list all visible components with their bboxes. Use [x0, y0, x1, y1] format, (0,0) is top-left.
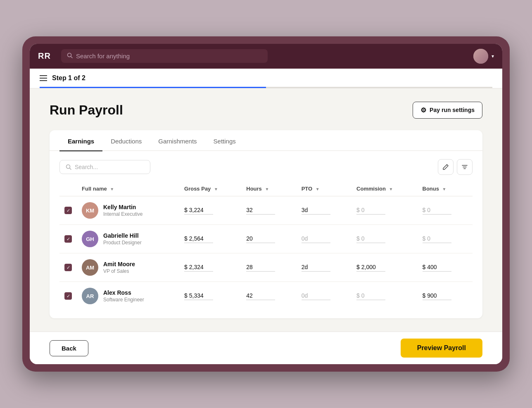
hours-cell-2[interactable]: 20	[241, 225, 296, 253]
hours-value-2[interactable]: 20	[246, 235, 275, 243]
back-label: Back	[62, 345, 76, 352]
menu-icon[interactable]	[40, 75, 47, 81]
employee-role-1: Internal Executive	[103, 211, 142, 217]
nav-right: ▾	[473, 49, 494, 64]
search-icon	[67, 52, 73, 60]
table-search-placeholder: Search...	[75, 164, 98, 170]
top-nav: RR Search for anything ▾	[30, 44, 502, 69]
pto-cell-3[interactable]: 2d	[297, 253, 352, 282]
gross-pay-cell-1[interactable]: $ 3,224	[179, 196, 241, 225]
commission-cell-3[interactable]: $ 2,000	[352, 253, 417, 282]
employee-cell-1: KM Kelly Martin Internal Executive	[77, 196, 179, 225]
global-search-bar[interactable]: Search for anything	[61, 49, 268, 63]
hours-cell-3[interactable]: 28	[241, 253, 296, 282]
screen: RR Search for anything ▾	[30, 44, 502, 365]
pto-value-2[interactable]: 0d	[302, 235, 330, 243]
bonus-value-3[interactable]: $ 400	[423, 264, 451, 272]
hours-value-3[interactable]: 28	[246, 264, 275, 272]
th-commission[interactable]: Commision ▼	[352, 181, 417, 196]
bonus-cell-3[interactable]: $ 400	[418, 253, 473, 282]
page-title: Run Payroll	[50, 103, 123, 118]
tab-deductions[interactable]: Deductions	[102, 130, 150, 151]
employee-cell-2: GH Gabrielle Hill Product Designer	[77, 225, 179, 253]
gross-pay-cell-4[interactable]: $ 5,334	[179, 282, 241, 310]
step-label: Step 1 of 2	[52, 74, 86, 82]
bonus-cell-4[interactable]: $ 900	[418, 282, 473, 310]
commission-value-1[interactable]: $ 0	[356, 207, 385, 215]
tab-settings[interactable]: Settings	[205, 130, 244, 151]
main-content: Run Payroll ⚙ Pay run settings Earnings …	[30, 88, 502, 332]
checkbox-1[interactable]: ✓	[64, 207, 72, 214]
pay-run-settings-label: Pay run settings	[430, 107, 475, 113]
row-checkbox-cell-2[interactable]: ✓	[59, 225, 77, 253]
gross-pay-value-3[interactable]: $ 2,324	[184, 264, 213, 272]
checkbox-3[interactable]: ✓	[64, 264, 72, 271]
table-row: ✓ AM Amit Moore VP of Sales $ 2,324 28 2…	[59, 253, 473, 282]
hours-cell-4[interactable]: 42	[241, 282, 296, 310]
th-fullname[interactable]: Full name ▼	[77, 181, 179, 196]
gross-pay-value-2[interactable]: $ 2,564	[184, 235, 213, 243]
table-search-input[interactable]: Search...	[59, 160, 150, 174]
pto-cell-1[interactable]: 3d	[297, 196, 352, 225]
pay-run-settings-button[interactable]: ⚙ Pay run settings	[413, 102, 482, 119]
commission-value-3[interactable]: $ 2,000	[356, 264, 385, 272]
bonus-value-1[interactable]: $ 0	[423, 207, 451, 215]
gross-pay-cell-3[interactable]: $ 2,324	[179, 253, 241, 282]
commission-value-2[interactable]: $ 0	[356, 235, 385, 243]
checkmark-2: ✓	[66, 236, 70, 242]
page-header: Run Payroll ⚙ Pay run settings	[50, 102, 482, 119]
commission-cell-2[interactable]: $ 0	[352, 225, 417, 253]
commission-cell-4[interactable]: $ 0	[352, 282, 417, 310]
hours-value-4[interactable]: 42	[246, 292, 275, 300]
gross-pay-cell-2[interactable]: $ 2,564	[179, 225, 241, 253]
preview-payroll-button[interactable]: Preview Payroll	[401, 339, 482, 358]
table-search-icon	[66, 164, 71, 170]
row-checkbox-cell-1[interactable]: ✓	[59, 196, 77, 225]
bonus-cell-2[interactable]: $ 0	[418, 225, 473, 253]
row-checkbox-cell-4[interactable]: ✓	[59, 282, 77, 310]
pto-cell-4[interactable]: 0d	[297, 282, 352, 310]
th-checkbox	[59, 181, 77, 196]
table-toolbar: Search...	[59, 159, 473, 175]
bonus-value-2[interactable]: $ 0	[423, 235, 451, 243]
checkbox-2[interactable]: ✓	[64, 235, 72, 243]
tab-garnishments[interactable]: Garnishments	[150, 130, 205, 151]
hours-cell-1[interactable]: 32	[241, 196, 296, 225]
gear-icon: ⚙	[420, 106, 426, 114]
table-section: Search...	[50, 151, 482, 318]
edit-icon-button[interactable]	[438, 159, 454, 175]
pto-cell-2[interactable]: 0d	[297, 225, 352, 253]
checkbox-4[interactable]: ✓	[64, 292, 72, 300]
commission-value-4[interactable]: $ 0	[356, 292, 385, 300]
table-row: ✓ KM Kelly Martin Internal Executive $ 3…	[59, 196, 473, 225]
employee-name-1: Kelly Martin	[103, 204, 142, 210]
gross-pay-value-1[interactable]: $ 3,224	[184, 207, 213, 215]
th-bonus[interactable]: Bonus ▼	[418, 181, 473, 196]
pto-value-3[interactable]: 2d	[302, 264, 330, 272]
filter-icon-button[interactable]	[457, 159, 473, 175]
bonus-cell-1[interactable]: $ 0	[418, 196, 473, 225]
employee-name-2: Gabrielle Hill	[103, 232, 142, 239]
search-input-placeholder: Search for anything	[76, 52, 130, 60]
step-bar: Step 1 of 2	[30, 69, 502, 88]
th-pto[interactable]: PTO ▼	[297, 181, 352, 196]
commission-cell-1[interactable]: $ 0	[352, 196, 417, 225]
th-hours[interactable]: Hours ▼	[241, 181, 296, 196]
gross-pay-value-4[interactable]: $ 5,334	[184, 292, 213, 300]
th-gross-pay[interactable]: Gross Pay ▼	[179, 181, 241, 196]
tab-earnings[interactable]: Earnings	[59, 130, 102, 151]
user-avatar[interactable]	[473, 49, 488, 64]
svg-line-3	[70, 168, 71, 170]
hours-value-1[interactable]: 32	[246, 207, 275, 215]
pto-value-1[interactable]: 3d	[302, 207, 330, 215]
tabs: Earnings Deductions Garnishments Setting…	[50, 130, 482, 151]
chevron-down-icon[interactable]: ▾	[492, 53, 494, 59]
pto-value-4[interactable]: 0d	[302, 292, 330, 300]
employee-avatar-4: AR	[82, 288, 98, 304]
table-row: ✓ AR Alex Ross Software Engineer $ 5,334…	[59, 282, 473, 310]
bonus-value-4[interactable]: $ 900	[423, 292, 451, 300]
row-checkbox-cell-3[interactable]: ✓	[59, 253, 77, 282]
employee-role-3: VP of Sales	[103, 268, 135, 274]
employee-avatar-1: KM	[82, 202, 98, 219]
back-button[interactable]: Back	[50, 340, 88, 356]
